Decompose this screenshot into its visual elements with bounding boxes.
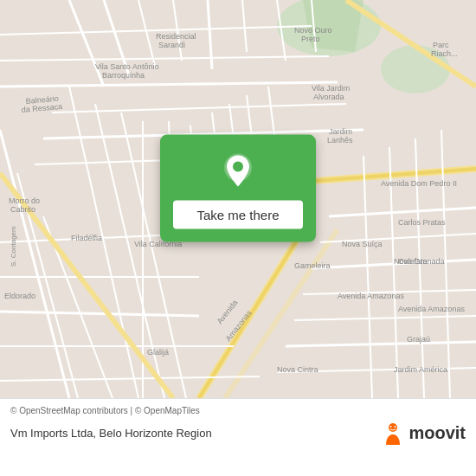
svg-text:Carlos Pratas: Carlos Pratas [398,218,446,227]
moovit-brand-icon [381,421,405,445]
svg-text:Morro do: Morro do [9,196,40,205]
svg-text:Nova Suíça: Nova Suíça [342,240,383,248]
svg-text:Barroquinha: Barroquinha [102,71,145,80]
svg-text:Glalijá: Glalijá [147,348,169,357]
svg-text:Jardim: Jardim [329,127,352,136]
location-name: Vm Imports Ltda, Belo Horizonte Region [10,427,212,440]
svg-text:Eldorado: Eldorado [4,292,35,300]
svg-text:Jardim América: Jardim América [394,365,447,374]
svg-text:Lanhês: Lanhês [327,136,353,145]
map-attribution: © OpenStreetMap contributors | © OpenMap… [10,406,466,415]
svg-text:S. Contagem: S. Contagem [10,226,17,267]
svg-point-89 [233,162,243,172]
svg-text:Avenida Dom Pedro II: Avenida Dom Pedro II [381,179,457,188]
bottom-info-bar: © OpenStreetMap contributors | © OpenMap… [0,398,476,476]
svg-text:Vila Santo Antônio: Vila Santo Antônio [95,62,158,71]
svg-text:Vila Jardim: Vila Jardim [312,84,350,93]
svg-text:Cabrito: Cabrito [10,205,35,214]
svg-point-91 [390,426,392,428]
map-view: Balneário da Ressaca Vila Santo Antônio … [0,0,476,398]
svg-text:Nova Cintra: Nova Cintra [277,365,318,374]
take-me-there-button[interactable]: Take me there [173,201,303,229]
svg-text:Nova Granada: Nova Granada [394,257,445,266]
svg-text:Riach...: Riach... [431,49,458,58]
svg-text:Preto: Preto [301,35,320,43]
svg-text:Sarandi: Sarandi [158,41,185,49]
location-pin-icon [219,152,257,190]
svg-text:Grajaú: Grajaú [407,335,430,344]
svg-text:Avenida Amazonas: Avenida Amazonas [398,305,465,313]
svg-text:Alvorada: Alvorada [313,93,344,101]
moovit-logo: moovit [381,421,466,445]
take-me-there-card[interactable]: Take me there [160,135,316,242]
svg-text:Novo Ouro: Novo Ouro [294,26,332,35]
svg-text:Residencial: Residencial [156,32,196,41]
svg-text:Parc: Parc [433,41,449,49]
svg-text:Gameleira: Gameleira [294,261,331,270]
svg-text:Avenida Amazonas: Avenida Amazonas [338,292,404,300]
svg-text:Filadélfia: Filadélfia [71,234,102,242]
moovit-label: moovit [408,423,466,443]
svg-point-92 [395,426,396,428]
